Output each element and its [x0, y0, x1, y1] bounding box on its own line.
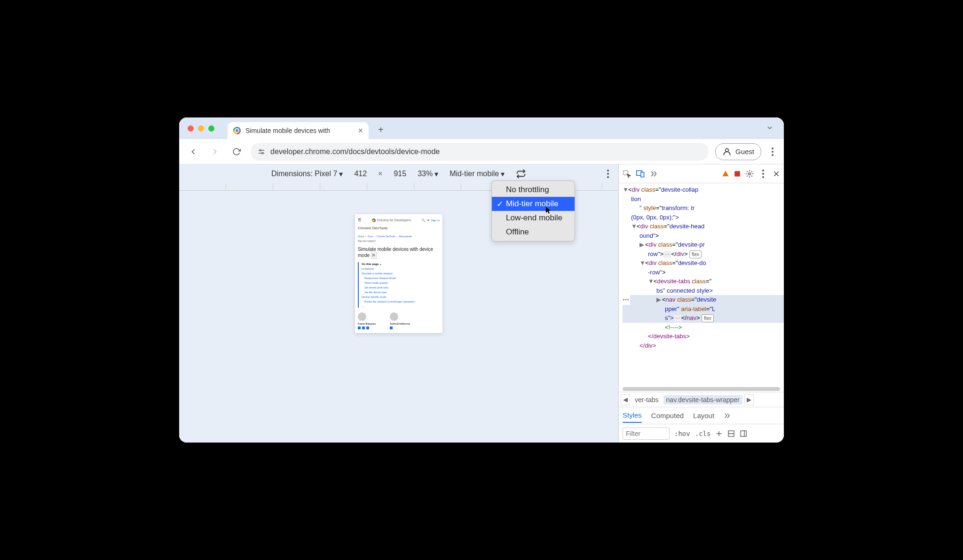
elements-tree[interactable]: ▼<div class="devsite-collap tion " style…	[619, 183, 784, 387]
styles-tabs: Styles Computed Layout	[619, 407, 784, 424]
tab-title: Simulate mobile devices with	[245, 127, 353, 134]
browser-window: Simulate mobile devices with × + develop…	[179, 117, 784, 443]
layout-panel-button[interactable]	[740, 430, 747, 437]
preview-heading: Simulate mobile devices with device mode…	[358, 246, 440, 258]
height-input[interactable]: 915	[394, 170, 406, 178]
styles-filter-row: :hov .cls	[619, 424, 784, 443]
cursor-icon	[546, 207, 553, 214]
devtools-menu-button[interactable]	[758, 170, 768, 178]
new-tab-button[interactable]: +	[378, 124, 384, 135]
dimension-separator: ×	[378, 170, 382, 178]
zoom-selector[interactable]: 33% ▾	[418, 170, 438, 179]
more-tabs-button[interactable]	[650, 171, 658, 177]
throttle-option-no-throttling[interactable]: No throttling	[492, 183, 575, 197]
svg-rect-16	[741, 431, 746, 436]
more-style-tabs[interactable]	[724, 413, 731, 419]
throttle-option-mid-tier[interactable]: Mid-tier mobile	[492, 197, 575, 211]
device-mode-viewport: Dimensions: Pixel 7 ▾ 412 × 915 33% ▾ Mi…	[179, 164, 618, 443]
titlebar: Simulate mobile devices with × +	[179, 117, 784, 139]
elements-breadcrumbs: ◀ ver-tabs nav.devsite-tabs-wrapper ▶	[619, 392, 784, 407]
svg-point-9	[749, 172, 751, 175]
preview-breadcrumbs: Home›Docs›Chrome DevTools›More panels	[358, 235, 440, 238]
errors-icon[interactable]	[734, 171, 741, 177]
throttle-dropdown-menu: No throttling Mid-tier mobile Low-end mo…	[491, 180, 575, 241]
url-text: developer.chrome.com/docs/devtools/devic…	[270, 148, 440, 156]
devtools-panel: ▼<div class="devsite-collap tion " style…	[618, 164, 784, 443]
tabs-overflow-button[interactable]	[766, 124, 774, 132]
guest-label: Guest	[735, 148, 754, 156]
cls-toggle[interactable]: .cls	[695, 430, 711, 437]
close-window-button[interactable]	[188, 125, 194, 132]
chrome-favicon-icon	[233, 127, 241, 134]
tab-computed[interactable]: Computed	[651, 409, 684, 422]
chrome-icon	[372, 218, 376, 222]
rotate-button[interactable]	[516, 169, 526, 179]
styles-filter-input[interactable]	[623, 428, 670, 440]
svg-point-4	[726, 148, 729, 152]
chevron-down-icon: ▾	[434, 170, 438, 179]
site-settings-icon[interactable]	[257, 148, 266, 156]
svg-rect-7	[641, 172, 644, 177]
devtools-toolbar	[619, 164, 784, 183]
svg-point-2	[260, 149, 261, 151]
avatar	[358, 312, 366, 321]
new-style-rule-button[interactable]	[715, 430, 723, 437]
chevron-down-icon: ▾	[339, 170, 343, 179]
forward-button[interactable]	[207, 144, 222, 159]
breadcrumb-next[interactable]: ▶	[744, 394, 754, 405]
content-area: Dimensions: Pixel 7 ▾ 412 × 915 33% ▾ Mi…	[179, 164, 784, 443]
maximize-window-button[interactable]	[208, 125, 214, 132]
hov-toggle[interactable]: :hov	[674, 430, 690, 437]
tab-layout[interactable]: Layout	[693, 409, 714, 422]
settings-icon[interactable]	[745, 170, 754, 178]
breadcrumb-item-active[interactable]: nav.devsite-tabs-wrapper	[663, 395, 742, 404]
preview-helpful: Was this helpful?	[358, 240, 440, 242]
back-button[interactable]	[186, 144, 201, 159]
profile-button[interactable]: Guest	[715, 143, 761, 160]
computed-styles-button[interactable]	[727, 430, 735, 437]
close-devtools-button[interactable]	[773, 170, 780, 178]
minimize-window-button[interactable]	[198, 125, 204, 132]
device-toolbar-menu[interactable]	[603, 170, 613, 178]
address-bar[interactable]: developer.chrome.com/docs/devtools/devic…	[251, 143, 709, 161]
avatar	[390, 312, 398, 321]
browser-tab[interactable]: Simulate mobile devices with ×	[228, 122, 369, 139]
horizontal-scrollbar[interactable]	[623, 387, 780, 391]
dimensions-selector[interactable]: Dimensions: Pixel 7 ▾	[271, 170, 343, 179]
tab-styles[interactable]: Styles	[623, 408, 642, 423]
reload-button[interactable]	[229, 144, 244, 159]
throttle-option-low-end[interactable]: Low-end mobile	[492, 211, 575, 225]
mobile-preview[interactable]: ☰ Chrome for Developers 🔍☀Sign in Chrome…	[355, 214, 442, 333]
breadcrumb-prev[interactable]: ◀	[621, 394, 630, 405]
person-icon	[722, 147, 732, 156]
inspect-element-button[interactable]	[623, 170, 631, 178]
browser-menu-button[interactable]	[768, 148, 777, 156]
device-toggle-button[interactable]	[636, 170, 645, 178]
chevron-down-icon: ▾	[501, 170, 505, 179]
warnings-icon[interactable]	[722, 170, 729, 178]
browser-toolbar: developer.chrome.com/docs/devtools/devic…	[179, 139, 784, 164]
breadcrumb-item[interactable]: ver-tabs	[632, 395, 662, 404]
svg-point-3	[262, 152, 263, 154]
svg-rect-8	[734, 171, 740, 177]
throttle-option-offline[interactable]: Offline	[492, 225, 575, 239]
window-controls	[188, 125, 214, 132]
width-input[interactable]: 412	[354, 170, 367, 178]
tab-close-button[interactable]: ×	[358, 126, 363, 136]
throttle-selector[interactable]: Mid-tier mobile ▾	[450, 170, 505, 179]
preview-section: Chrome DevTools	[358, 226, 440, 230]
